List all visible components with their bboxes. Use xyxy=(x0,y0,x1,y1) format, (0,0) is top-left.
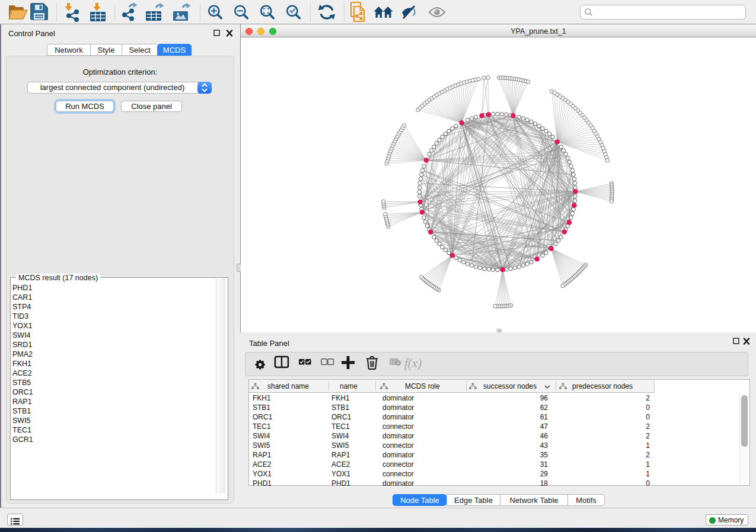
svg-text:f(x): f(x) xyxy=(404,356,422,370)
